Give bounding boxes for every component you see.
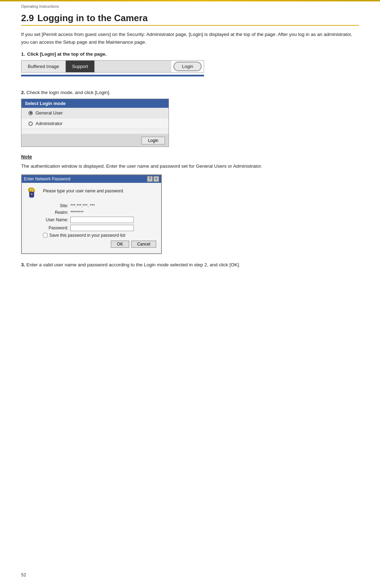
- nav-bar: Buffered Image Support Login: [21, 60, 204, 73]
- section-number: 2.9: [21, 13, 34, 23]
- np-password-input[interactable]: [70, 225, 134, 231]
- step-2: 2. Check the login mode, and click [Logi…: [21, 90, 359, 147]
- step-2-number: 2.: [21, 90, 25, 95]
- enter-network-password-dialog: Enter Network Password ? ×: [21, 174, 162, 254]
- note-text: The authentication window is displayed. …: [21, 162, 359, 170]
- step-2-text: Check the login mode, and click [Login].: [26, 90, 110, 95]
- radio-administrator[interactable]: [28, 122, 33, 126]
- login-dialog-body: General User Administrator: [21, 108, 169, 132]
- note-section: Note The authentication window is displa…: [21, 154, 359, 254]
- page-number: 52: [21, 572, 26, 577]
- nav-tab-support[interactable]: Support: [66, 61, 95, 72]
- step-1: 1.Click [Login] at the top of the page. …: [21, 51, 359, 83]
- nav-tab-buffered-image-label: Buffered Image: [28, 64, 59, 69]
- login-dialog-footer: Login: [21, 134, 169, 147]
- np-realm-row: Realm: ********: [43, 210, 156, 215]
- nav-tab-spacer: [95, 61, 171, 72]
- np-help-button[interactable]: ?: [147, 176, 153, 182]
- np-username-label: User Name:: [43, 217, 68, 222]
- header-label: Operating Instructions: [0, 1, 380, 9]
- login-dialog-login-button[interactable]: Login: [141, 137, 165, 144]
- np-site-row: Site: ***.***.***. ***: [43, 203, 156, 208]
- np-realm-label: Realm:: [43, 210, 68, 215]
- np-title-label: Enter Network Password: [24, 177, 70, 181]
- step-3: 3. Enter a valid user name and password …: [21, 261, 359, 269]
- np-cancel-button[interactable]: Cancel: [131, 241, 156, 248]
- step-3-number: 3.: [21, 262, 25, 267]
- login-option-general-user-label: General User: [36, 110, 63, 116]
- nav-tab-login-label: Login: [182, 64, 193, 69]
- nav-tab-buffered-image[interactable]: Buffered Image: [21, 61, 66, 72]
- login-option-general-user[interactable]: General User: [21, 108, 169, 118]
- radio-general-user[interactable]: [28, 111, 33, 115]
- dialog-separator: [21, 133, 169, 134]
- np-fields: Site: ***.***.***. *** Realm: ******** U…: [43, 203, 156, 231]
- svg-point-5: [31, 193, 32, 195]
- np-footer: OK Cancel: [27, 241, 156, 249]
- np-save-password-row[interactable]: Save this password in your password list: [43, 233, 156, 238]
- np-save-password-label: Save this password in your password list: [49, 233, 125, 238]
- np-realm-value: ********: [70, 210, 83, 215]
- nav-tab-support-label: Support: [72, 64, 88, 69]
- nav-tab-login[interactable]: Login: [173, 62, 202, 71]
- np-titlebar: Enter Network Password ? ×: [22, 175, 161, 183]
- np-ok-button[interactable]: OK: [111, 241, 129, 248]
- login-dialog-header: Select Login mode: [21, 99, 169, 108]
- np-lock-icon: [27, 187, 39, 200]
- np-password-label: Password:: [43, 225, 68, 230]
- select-login-mode-dialog: Select Login mode General User Administr…: [21, 99, 169, 147]
- step-3-content: 3. Enter a valid user name and password …: [21, 261, 359, 269]
- section-heading: Logging in to the Camera: [37, 13, 147, 23]
- step-1-label: 1.Click [Login] at the top of the page.: [21, 51, 359, 57]
- step-1-text: Click [Login] at the top of the page.: [27, 51, 107, 57]
- np-body: Please type your user name and password.…: [22, 183, 161, 253]
- step-2-label: 2. Check the login mode, and click [Logi…: [21, 90, 359, 95]
- intro-paragraph: If you set [Permit access from guest use…: [21, 31, 359, 46]
- np-message: Please type your user name and password.: [43, 187, 124, 193]
- np-titlebar-buttons: ? ×: [147, 176, 159, 182]
- np-site-value: ***.***.***. ***: [70, 203, 95, 208]
- np-password-row[interactable]: Password:: [43, 225, 156, 231]
- np-site-label: Site:: [43, 203, 68, 208]
- login-option-administrator-label: Administrator: [36, 121, 63, 126]
- login-option-administrator[interactable]: Administrator: [21, 118, 169, 129]
- np-username-input[interactable]: [70, 217, 134, 223]
- note-title: Note: [21, 154, 359, 160]
- np-top-row: Please type your user name and password.: [27, 187, 156, 200]
- section-title: 2.9Logging in to the Camera: [21, 13, 359, 26]
- nav-bar-bottom-bar: [21, 75, 204, 76]
- np-username-row[interactable]: User Name:: [43, 217, 156, 223]
- np-save-password-checkbox[interactable]: [43, 233, 48, 237]
- step-3-text: Enter a valid user name and password acc…: [26, 262, 240, 267]
- step-1-number: 1.: [21, 51, 25, 57]
- np-close-button[interactable]: ×: [153, 176, 159, 182]
